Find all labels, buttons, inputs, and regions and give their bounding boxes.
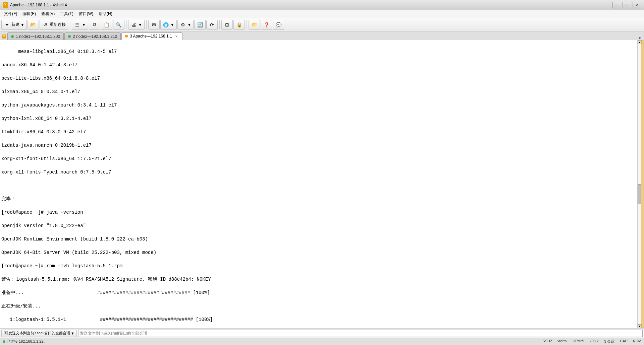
send-all-button[interactable]: ≡ 发送文本到当前Xshell窗口的全部会话 ▼ (1, 330, 77, 337)
folder-icon: 📁 (251, 21, 258, 28)
connection-status-text: 已连接 192.168.1.1:22。 (7, 339, 47, 344)
menu-icon: ☰ (74, 21, 81, 28)
dropdown-arrow5: ▼ (187, 22, 192, 27)
minimize-button[interactable]: ─ (612, 2, 621, 8)
dropdown-arrow2: ▼ (82, 22, 86, 27)
title-bar: X Apache—192.168.1.1 - Xshell 4 ─ □ ✕ (0, 0, 644, 10)
settings-icon: ⚙ (180, 21, 186, 28)
tab-label-1: 1 node1—192.168.1.200 (16, 34, 60, 39)
connection-status-dot (3, 340, 5, 343)
menu-tools[interactable]: 工具(T) (57, 10, 76, 17)
menu-help[interactable]: 帮助(H) (96, 10, 115, 17)
input-bar: ≡ 发送文本到当前Xshell窗口的全部会话 ▼ (0, 328, 644, 338)
paste-icon: 📋 (103, 21, 110, 28)
dropdown-arrow3: ▼ (138, 22, 142, 27)
send-btn-label: 发送文本到当前Xshell窗口的全部会话 (8, 331, 70, 336)
find-button[interactable]: 🔍 (113, 20, 124, 30)
chat-button[interactable]: 💬 (273, 20, 284, 30)
print-button[interactable]: 🖨 ▼ (128, 20, 145, 30)
help-icon: ❓ (263, 21, 270, 28)
menu-view[interactable]: 查看(V) (39, 10, 57, 17)
refresh-button[interactable]: 🔄 (194, 20, 206, 30)
lock-button[interactable]: 🔒 (233, 20, 245, 30)
menu-window[interactable]: 窗口(W) (76, 10, 96, 17)
status-bar: 已连接 192.168.1.1:22。 SSH2 xterm 137x29 29… (0, 338, 644, 345)
tab-node2[interactable]: 2 node2—192.168.1.210 (64, 32, 121, 40)
globe-icon: 🌐 (163, 21, 169, 28)
tab-apache[interactable]: 3 Apache—192.168.1.1 ✕ (121, 32, 182, 40)
toolbar-separator-2 (126, 20, 126, 29)
send-text-input[interactable] (78, 330, 643, 337)
new-button[interactable]: ✦ 新建 ▼ (1, 20, 27, 30)
num-lock-indicator: NUM (633, 339, 641, 344)
toolbar: ✦ 新建 ▼ 📂 ↺ 重新连接 ☰ ▼ ⧉ 📋 🔍 🖨 ▼ ✉ 🌐 ▼ ⚙ ▼ … (0, 18, 644, 31)
vertical-scrollbar[interactable]: ▲ ▼ (637, 40, 641, 328)
window-title: Apache—192.168.1.1 - Xshell 4 (10, 3, 67, 7)
tab-scroll-right[interactable]: ▶ (639, 36, 641, 40)
session-count: 3 会话 (604, 339, 614, 344)
tab-label-2: 2 node2—192.168.1.210 (73, 34, 117, 39)
globe-button[interactable]: 🌐 ▼ (160, 20, 177, 30)
send-dropdown-arrow: ▼ (71, 331, 74, 335)
tab-node1[interactable]: 1 node1—192.168.1.200 (7, 32, 64, 40)
copy-button[interactable]: ⧉ (89, 20, 100, 30)
menu-bar: 文件(F) 编辑(E) 查看(V) 工具(T) 窗口(W) 帮助(H) (0, 10, 644, 18)
toolbar-separator-4 (219, 20, 220, 29)
settings-button[interactable]: ⚙ ▼ (177, 20, 194, 30)
cursor-position: 29,17 (590, 339, 599, 344)
dropdown-arrow: ▼ (20, 22, 24, 27)
toolbar-separator-1 (70, 20, 70, 29)
compose-button[interactable]: ✉ (148, 20, 160, 30)
caps-lock-indicator: CAP (620, 339, 628, 344)
folder-button[interactable]: 📁 (249, 20, 260, 30)
tab-status-dot-3 (125, 35, 128, 38)
terminal-size: 137x29 (572, 339, 584, 344)
terminal-container: mesa-libglapi.x86_64 0:18.3.4-5.el7 pang… (0, 40, 644, 328)
folder-open-icon: 📂 (30, 21, 37, 28)
reconnect-button[interactable]: ↺ 重新连接 (40, 20, 68, 30)
grid-button[interactable]: ⊞ (221, 20, 233, 30)
send-icon: ≡ (4, 331, 8, 335)
close-button[interactable]: ✕ (633, 2, 641, 8)
terminal-type: xterm (557, 339, 567, 344)
app-icon: X (3, 2, 8, 8)
toolbar-separator-5 (247, 20, 247, 29)
tab-bar: X 1 node1—192.168.1.200 2 node2—192.168.… (0, 31, 644, 40)
dropdown-arrow4: ▼ (170, 22, 174, 27)
tab-bar-icon: X (2, 34, 6, 39)
maximize-button[interactable]: □ (623, 2, 631, 8)
new-icon: ✦ (4, 21, 10, 28)
grid-icon: ⊞ (224, 21, 230, 28)
compose-icon: ✉ (151, 21, 157, 28)
reconnect-icon: ↺ (42, 21, 49, 28)
help-button[interactable]: ❓ (261, 20, 272, 30)
scroll-track[interactable] (638, 44, 641, 324)
tab-label-3: 3 Apache—192.168.1.1 (130, 34, 172, 39)
terminal-output: mesa-libglapi.x86_64 0:18.3.4-5.el7 pang… (0, 42, 637, 328)
terminal-area[interactable]: mesa-libglapi.x86_64 0:18.3.4-5.el7 pang… (0, 40, 637, 328)
right-edge-accent (641, 40, 644, 328)
refresh-icon: 🔄 (197, 21, 203, 28)
sync-icon: ⟳ (209, 21, 215, 28)
open-file-button[interactable]: 📂 (28, 20, 39, 30)
lock-icon: 🔒 (236, 21, 243, 28)
paste-button[interactable]: 📋 (101, 20, 112, 30)
tab-status-dot-1 (11, 35, 14, 38)
print-icon: 🖨 (130, 21, 137, 28)
copy-icon: ⧉ (91, 21, 98, 28)
toolbar-separator-3 (146, 20, 147, 29)
ssh-version: SSH2 (542, 339, 552, 344)
menu-edit[interactable]: 编辑(E) (20, 10, 39, 17)
search-icon: 🔍 (115, 21, 122, 28)
menu-file[interactable]: 文件(F) (1, 10, 20, 17)
tab-close-button[interactable]: ✕ (174, 34, 179, 39)
scroll-thumb[interactable] (638, 184, 641, 204)
toolbar-btn-1[interactable]: ☰ ▼ (72, 20, 88, 30)
chat-icon: 💬 (275, 21, 282, 28)
tab-status-dot-2 (68, 35, 71, 38)
sync-button[interactable]: ⟳ (206, 20, 218, 30)
